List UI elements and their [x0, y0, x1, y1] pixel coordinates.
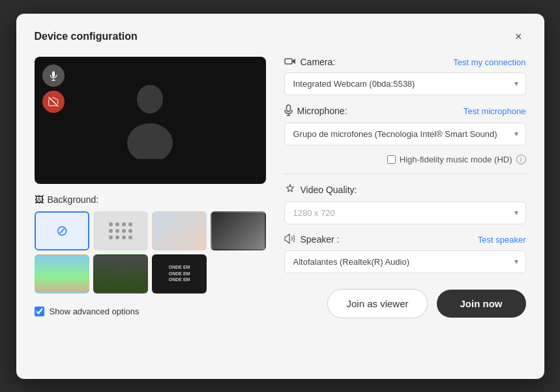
background-grid: ⊘ ONDE EMONDE EMONDE EM: [35, 211, 266, 294]
svg-rect-2: [52, 71, 55, 77]
camera-label: Camera:: [284, 57, 336, 68]
microphone-icon: [48, 70, 59, 81]
test-speaker-link[interactable]: Test speaker: [478, 235, 526, 245]
camera-toggle-button[interactable]: [42, 91, 65, 113]
video-quality-icon: [284, 183, 296, 197]
right-panel: Camera: Test my connection Integrated We…: [284, 57, 526, 318]
hifi-checkbox[interactable]: [387, 155, 396, 164]
hifi-info-icon[interactable]: i: [516, 155, 526, 164]
hifi-label[interactable]: High-fidelity music mode (HD): [400, 155, 512, 164]
background-icon: 🖼: [35, 194, 44, 205]
camera-select-wrapper: Integrated Webcam (0bda:5538) ▾: [284, 72, 526, 95]
join-as-viewer-button[interactable]: Join as viewer: [327, 289, 427, 318]
speaker-setting: Speaker : Test speaker Altofalantes (Rea…: [284, 234, 526, 273]
close-button[interactable]: ×: [511, 29, 526, 44]
microphone-select[interactable]: Grupo de microfones (Tecnologia Intel® S…: [284, 123, 526, 145]
background-none-option[interactable]: ⊘: [35, 211, 89, 250]
video-quality-setting: Video Quality: 1280 x 720 ▾: [284, 183, 526, 224]
microphone-label: Microphone:: [284, 104, 347, 118]
show-advanced-checkbox[interactable]: [35, 307, 44, 316]
background-desk-option[interactable]: [211, 211, 265, 250]
background-forest-option[interactable]: [93, 254, 148, 294]
background-room-option[interactable]: [152, 211, 207, 250]
test-connection-link[interactable]: Test my connection: [453, 57, 525, 67]
speaker-icon: [284, 234, 296, 246]
left-panel: 🖼 Background: ⊘: [35, 57, 266, 318]
background-blur-option[interactable]: [93, 211, 148, 250]
show-advanced-label[interactable]: Show advanced options: [50, 307, 140, 316]
svg-point-0: [137, 85, 163, 113]
show-advanced-row: Show advanced options: [35, 307, 266, 316]
device-configuration-dialog: Device configuration ×: [16, 14, 544, 379]
microphone-select-wrapper: Grupo de microfones (Tecnologia Intel® S…: [284, 123, 526, 145]
speaker-select[interactable]: Altofalantes (Realtek(R) Audio): [284, 250, 526, 273]
camera-setting: Camera: Test my connection Integrated We…: [284, 57, 526, 95]
dialog-header: Device configuration ×: [35, 29, 526, 44]
footer-buttons: Join as viewer Join now: [284, 289, 526, 318]
background-text-option[interactable]: ONDE EMONDE EMONDE EM: [152, 254, 207, 294]
svg-point-1: [127, 123, 173, 159]
camera-select[interactable]: Integrated Webcam (0bda:5538): [284, 72, 526, 95]
microphone-setting: Microphone: Test microphone Grupo de mic…: [284, 104, 526, 145]
test-microphone-link[interactable]: Test microphone: [464, 106, 525, 116]
background-label: 🖼 Background:: [35, 194, 266, 205]
background-beach-option[interactable]: [35, 254, 89, 294]
speaker-label: Speaker :: [284, 234, 340, 246]
svg-rect-6: [286, 105, 290, 112]
svg-rect-5: [285, 59, 292, 64]
camera-off-icon: [48, 97, 59, 107]
speaker-select-wrapper: Altofalantes (Realtek(R) Audio) ▾: [284, 250, 526, 273]
join-now-button[interactable]: Join now: [437, 290, 526, 318]
video-preview: [35, 57, 266, 184]
video-quality-label: Video Quality:: [284, 183, 357, 197]
hifi-row: High-fidelity music mode (HD) i: [284, 155, 526, 164]
speaker-header: Speaker : Test speaker: [284, 234, 526, 246]
dialog-title: Device configuration: [35, 31, 138, 42]
video-quality-header: Video Quality:: [284, 183, 526, 197]
camera-header: Camera: Test my connection: [284, 57, 526, 68]
silhouette-icon: [121, 81, 179, 159]
camera-icon: [284, 57, 296, 68]
video-quality-select-wrapper: 1280 x 720 ▾: [284, 202, 526, 224]
microphone-toggle-button[interactable]: [42, 65, 65, 87]
microphone-header: Microphone: Test microphone: [284, 104, 526, 118]
dialog-body: 🖼 Background: ⊘: [35, 57, 526, 318]
background-section: 🖼 Background: ⊘: [35, 194, 266, 294]
microphone-icon: [284, 104, 293, 118]
divider: [284, 173, 526, 174]
video-quality-select[interactable]: 1280 x 720: [284, 202, 526, 224]
